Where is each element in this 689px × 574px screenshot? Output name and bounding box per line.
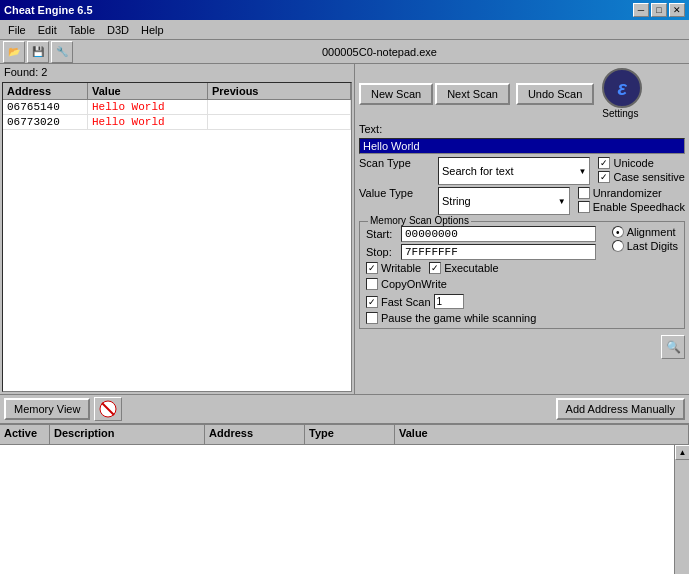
scan-type-row: Scan Type Search for text ▼ Unicode Case…	[359, 157, 685, 185]
value-type-dropdown[interactable]: String ▼	[438, 187, 570, 215]
text-input[interactable]	[359, 138, 685, 154]
text-field-row: Text:	[359, 123, 685, 135]
tool-row: 🔍	[359, 335, 685, 359]
bth-type: Type	[305, 425, 395, 444]
case-sensitive-label: Case sensitive	[613, 171, 685, 183]
cell-address-1: 06773020	[3, 115, 88, 129]
last-digits-label: Last Digits	[627, 240, 678, 252]
alignment-radio[interactable]	[612, 226, 624, 238]
menu-edit[interactable]: Edit	[32, 23, 63, 37]
pause-row: Pause the game while scanning	[366, 312, 678, 324]
menu-file[interactable]: File	[2, 23, 32, 37]
executable-label: Executable	[444, 262, 498, 274]
scrollbar[interactable]: ▲ ▼	[674, 445, 689, 574]
right-panel: New Scan Next Scan Undo Scan ε Settings …	[355, 64, 689, 394]
ce-logo-area: ε Settings	[598, 68, 642, 119]
pause-checkbox[interactable]	[366, 312, 378, 324]
fast-scan-input[interactable]	[434, 294, 464, 309]
title-bar-controls: ─ □ ✕	[633, 3, 685, 17]
alignment-row: Alignment	[612, 226, 678, 238]
stop-input[interactable]	[401, 244, 596, 260]
cow-row: CopyOnWrite	[366, 278, 447, 290]
memory-checkboxes: Writable Executable	[366, 262, 596, 276]
open-button[interactable]: 📂	[3, 41, 25, 63]
bottom-table-header: Active Description Address Type Value	[0, 425, 689, 445]
next-scan-button[interactable]: Next Scan	[435, 83, 510, 105]
new-scan-button[interactable]: New Scan	[359, 83, 433, 105]
scan-type-dropdown[interactable]: Search for text ▼	[438, 157, 590, 185]
writable-row: Writable	[366, 262, 421, 274]
extra-checkboxes: Unrandomizer Enable Speedhack	[578, 187, 685, 215]
memory-scan-group: Memory Scan Options Start: Stop: Writ	[359, 221, 685, 329]
bottom-table-area: Active Description Address Type Value ▲ …	[0, 424, 689, 574]
last-digits-row: Last Digits	[612, 240, 678, 252]
cell-value-1: Hello World	[88, 115, 208, 129]
process-bar: 📂 💾 🔧 000005C0-notepad.exe	[0, 40, 689, 64]
bth-active: Active	[0, 425, 50, 444]
last-digits-radio[interactable]	[612, 240, 624, 252]
main-layout: Found: 2 Address Value Previous 06765140…	[0, 64, 689, 394]
add-address-button[interactable]: Add Address Manually	[556, 398, 685, 420]
cow-checkbox[interactable]	[366, 278, 378, 290]
stop-row: Stop:	[366, 244, 596, 260]
col-header-previous[interactable]: Previous	[208, 83, 351, 99]
col-header-value[interactable]: Value	[88, 83, 208, 99]
menu-bar: File Edit Table D3D Help	[0, 20, 689, 40]
table-header: Address Value Previous	[3, 83, 351, 100]
unicode-row: Unicode	[598, 157, 685, 169]
close-button[interactable]: ✕	[669, 3, 685, 17]
process-name: 000005C0-notepad.exe	[73, 46, 686, 58]
undo-scan-button[interactable]: Undo Scan	[516, 83, 594, 105]
unrandomizer-checkbox[interactable]	[578, 187, 590, 199]
menu-table[interactable]: Table	[63, 23, 101, 37]
title-bar-text: Cheat Engine 6.5	[4, 4, 93, 16]
left-panel: Found: 2 Address Value Previous 06765140…	[0, 64, 355, 394]
cell-value-0: Hello World	[88, 100, 208, 114]
text-label: Text:	[359, 123, 434, 135]
table-row[interactable]: 06765140 Hello World	[3, 100, 351, 115]
executable-checkbox[interactable]	[429, 262, 441, 274]
alignment-options: Alignment Last Digits	[612, 226, 678, 309]
table-row[interactable]: 06773020 Hello World	[3, 115, 351, 130]
unrandomizer-label: Unrandomizer	[593, 187, 662, 199]
start-label: Start:	[366, 228, 401, 240]
menu-d3d[interactable]: D3D	[101, 23, 135, 37]
unicode-checkbox[interactable]	[598, 157, 610, 169]
memory-scan-label: Memory Scan Options	[368, 215, 471, 226]
action-bar: Memory View Add Address Manually	[0, 394, 689, 424]
scroll-up[interactable]: ▲	[675, 445, 689, 460]
start-input[interactable]	[401, 226, 596, 242]
stop-icon[interactable]	[94, 397, 122, 421]
menu-help[interactable]: Help	[135, 23, 170, 37]
case-sensitive-row: Case sensitive	[598, 171, 685, 183]
fast-scan-checkbox[interactable]	[366, 296, 378, 308]
scan-type-label: Scan Type	[359, 157, 434, 185]
right-checkboxes: Unicode Case sensitive	[598, 157, 685, 185]
maximize-button[interactable]: □	[651, 3, 667, 17]
title-bar: Cheat Engine 6.5 ─ □ ✕	[0, 0, 689, 20]
stop-label: Stop:	[366, 246, 401, 258]
pause-label: Pause the game while scanning	[381, 312, 536, 324]
speedhack-checkbox[interactable]	[578, 201, 590, 213]
cell-previous-1	[208, 115, 351, 129]
case-sensitive-checkbox[interactable]	[598, 171, 610, 183]
scan-type-arrow: ▼	[579, 167, 587, 176]
ce-logo: ε	[602, 68, 642, 108]
memory-scan-inner: Start: Stop: Writable	[366, 226, 678, 309]
pointer-tool[interactable]: 🔍	[661, 335, 685, 359]
value-type-label: Value Type	[359, 187, 434, 215]
writable-checkbox[interactable]	[366, 262, 378, 274]
another-button[interactable]: 🔧	[51, 41, 73, 63]
col-header-address[interactable]: Address	[3, 83, 88, 99]
executable-row: Executable	[429, 262, 498, 274]
scan-button-row: New Scan Next Scan Undo Scan ε Settings	[359, 68, 685, 119]
memory-view-button[interactable]: Memory View	[4, 398, 90, 420]
scan-type-value: Search for text	[442, 165, 514, 177]
cow-label: CopyOnWrite	[381, 278, 447, 290]
save-button[interactable]: 💾	[27, 41, 49, 63]
copy-on-write-row: CopyOnWrite	[366, 278, 596, 292]
text-input-row	[359, 138, 685, 154]
minimize-button[interactable]: ─	[633, 3, 649, 17]
settings-label[interactable]: Settings	[602, 108, 638, 119]
cell-previous-0	[208, 100, 351, 114]
